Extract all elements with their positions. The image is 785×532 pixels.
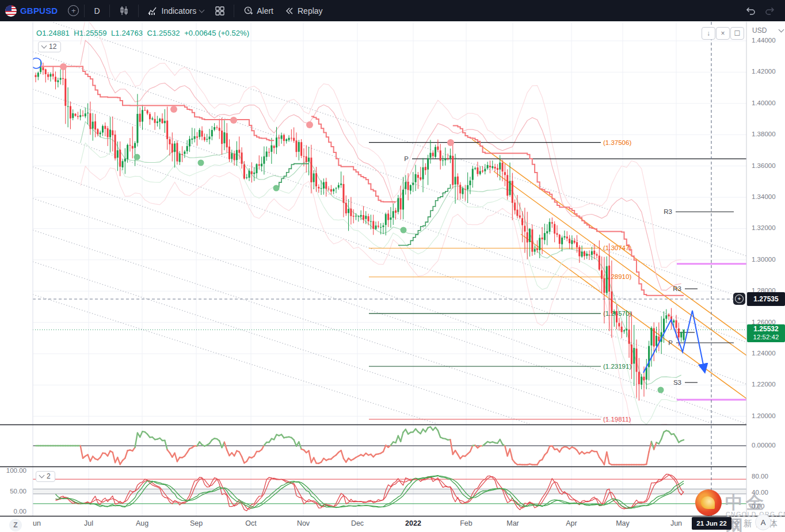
price-tick-label: 1.24000: [752, 350, 776, 357]
price-level-label: P: [668, 339, 673, 346]
time-axis-label: Mar: [506, 519, 519, 527]
price-level-label: S3: [673, 379, 681, 386]
price-tick-label: 1.22000: [752, 381, 776, 388]
chevron-down-icon: [199, 7, 205, 13]
price-tick-label: 1.30000: [752, 256, 776, 263]
alert-label: Alert: [257, 6, 273, 16]
undo-icon[interactable]: [745, 6, 756, 16]
chevron-down-icon: [41, 43, 47, 49]
price-tick-label: 1.40000: [752, 99, 776, 106]
time-axis-label: May: [616, 519, 630, 527]
price-level-label: R3: [673, 285, 681, 292]
price-tick-label: 1.32000: [752, 224, 776, 231]
price-level-label: (1.37506): [603, 139, 631, 146]
indicators-label: Indicators: [162, 6, 197, 16]
stoch-left-tick: 50.00: [0, 488, 26, 495]
price-tick-label: 1.44000: [752, 37, 776, 44]
add-alert-plus-button[interactable]: +: [733, 293, 745, 305]
redo-icon[interactable]: [764, 6, 776, 16]
alert-button[interactable]: Alert: [239, 3, 277, 18]
symbol-name[interactable]: GBPUSD: [20, 6, 58, 16]
time-axis-label: Sep: [190, 519, 203, 527]
price-tick-label: 1.20000: [752, 412, 776, 419]
stoch-right-tick: 0.00: [752, 503, 764, 510]
indicators-icon: [148, 6, 158, 16]
replay-button[interactable]: Replay: [281, 4, 327, 18]
chart-canvas[interactable]: (1.37506)PR3(1.30747)(1.28910)R3(1.26570…: [0, 0, 785, 532]
price-level-label: (1.30747): [603, 244, 631, 251]
cngold-logo: [695, 489, 722, 516]
layout-grid-button[interactable]: [211, 4, 228, 18]
time-axis-label: Nov: [297, 519, 310, 527]
chevron-down-icon: [39, 473, 45, 479]
crosshair-date-label: 21 Jun 22: [692, 517, 731, 530]
time-axis-label: un: [33, 519, 41, 527]
time-axis-label: Dec: [351, 519, 364, 527]
open-value: 1.24881: [42, 29, 70, 37]
watermark-a-badge[interactable]: A: [755, 514, 771, 530]
time-axis-label: Apr: [566, 519, 577, 527]
time-axis-label: Feb: [460, 519, 472, 527]
top-toolbar: GBPUSD + D Indicators: [0, 0, 785, 21]
candlestick-icon: [119, 6, 129, 16]
grid-layout-icon: [215, 6, 224, 16]
time-axis-label: Aug: [136, 519, 148, 527]
time-axis-label: Jun: [670, 519, 682, 527]
price-tick-label: 1.42000: [752, 68, 776, 75]
bar-countdown: 12:52:42: [753, 334, 779, 342]
price-level-label: P: [404, 155, 409, 162]
ohlc-legend: O1.24881 H1.25559 L1.24763 C1.25532 +0.0…: [36, 29, 249, 37]
price-level-label: (1.19811): [603, 416, 631, 423]
price-level-label: (1.23191): [603, 363, 631, 370]
trading-chart-app: { "toolbar": { "symbol": "GBPUSD", "inte…: [0, 0, 785, 532]
momentum-zero-tick: 0.00000: [752, 442, 776, 449]
timezone-button[interactable]: Z: [9, 519, 22, 531]
high-value: 1.25559: [79, 29, 107, 37]
price-tick-label: 1.38000: [752, 131, 776, 137]
price-axis-header[interactable]: USD: [752, 26, 783, 35]
alert-clock-icon: [243, 6, 253, 16]
change-value: +0.00645: [184, 29, 216, 37]
indicators-button[interactable]: Indicators: [144, 4, 208, 18]
price-level-label: R3: [664, 208, 672, 215]
price-tick-label: 1.34000: [752, 193, 776, 200]
add-symbol-icon[interactable]: +: [68, 5, 79, 16]
stoch-left-tick: 0.00: [0, 508, 26, 515]
time-axis-label: Oct: [245, 519, 256, 527]
time-axis-label: 2022: [405, 519, 421, 527]
close-value: 1.25532: [153, 29, 180, 37]
stoch-right-tick: 40.00: [752, 489, 768, 496]
stoch-settings-badge[interactable]: 2: [36, 471, 55, 482]
interval-badge[interactable]: 12: [38, 41, 61, 52]
stoch-right-tick: 80.00: [752, 473, 768, 480]
maximize-pane-button[interactable]: ☐: [730, 27, 744, 40]
change-pct: (+0.52%): [218, 29, 249, 37]
last-price-label: 1.25532 12:52:42: [747, 324, 785, 342]
close-pane-button[interactable]: ×: [716, 27, 730, 40]
replay-icon: [285, 7, 294, 15]
interval-button[interactable]: D: [90, 4, 104, 18]
replay-label: Replay: [298, 6, 323, 16]
scroll-down-button[interactable]: ↓: [702, 27, 715, 40]
crosshair-price-label: 1.27535: [747, 292, 785, 306]
watermark-domain: CNGOLD.ORG.CN: [726, 511, 785, 518]
low-value: 1.24763: [115, 29, 143, 37]
price-tick-label: 1.36000: [752, 162, 776, 169]
chart-style-button[interactable]: [115, 3, 133, 18]
chevron-down-icon: [779, 27, 784, 33]
symbol-flag-icon: [5, 5, 17, 17]
time-axis-label: Jul: [84, 519, 93, 527]
stoch-left-tick: 100.00: [0, 467, 26, 474]
